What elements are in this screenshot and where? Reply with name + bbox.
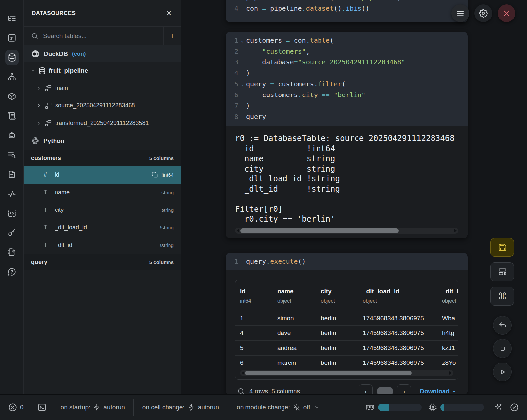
command-palette-button[interactable]: ⌘ [490, 287, 514, 306]
download-link[interactable]: Download [420, 388, 456, 395]
activity-document-button[interactable] [3, 165, 20, 184]
column-row-id[interactable]: #id!int64 [24, 166, 181, 184]
save-button[interactable] [490, 238, 514, 257]
activity-packages-button[interactable] [3, 87, 20, 106]
activity-snippets-button[interactable] [3, 204, 20, 223]
scroll-left-arrow[interactable] [242, 371, 244, 375]
activity-scratchpad-button[interactable] [3, 243, 20, 262]
code-cell-1[interactable]: 3pipeline = dlt.attach("fruit_pipeline")… [226, 0, 468, 22]
scroll-right-arrow[interactable] [454, 229, 457, 232]
terminal-icon [37, 402, 47, 412]
column-dtype: !string [160, 225, 174, 231]
code-line[interactable]: 7) [226, 100, 468, 111]
column-row-_dlt_id[interactable]: T_dlt_id!string [24, 236, 181, 254]
schema-name: transformed_202504291112283581 [55, 120, 149, 127]
table-horizontal-scrollbar[interactable] [240, 370, 453, 376]
activity-function-button[interactable] [3, 28, 20, 48]
table-row[interactable]: 1simonberlin1745968348.3806975Wba [235, 311, 458, 325]
ai-assistant-button[interactable] [494, 403, 503, 412]
table-cell: berlin [321, 359, 363, 366]
on-startup-setting[interactable]: on startup: autorun [61, 404, 125, 411]
engine-row-python[interactable]: Python [24, 132, 181, 150]
column-name: name [55, 189, 70, 196]
table-row[interactable]: 4daveberlin1745968348.3806975h4tg [235, 325, 458, 340]
scroll-right-arrow[interactable] [449, 371, 452, 375]
stop-button[interactable] [493, 339, 512, 358]
divider [133, 399, 134, 416]
database-icon [5, 50, 19, 65]
fold-chevron-icon[interactable]: ⌄ [238, 35, 246, 46]
activity-datasources-button[interactable] [3, 48, 20, 67]
header-cell-city[interactable]: cityobject [321, 288, 363, 304]
undo-button[interactable] [493, 316, 512, 335]
column-row-_dlt_load_id[interactable]: T_dlt_load_id!string [24, 219, 181, 236]
table-row[interactable]: 6marcinberlin1745968348.3806975z8Yo [235, 355, 458, 370]
code-cell-2[interactable]: 1⌄customers = con.table(2 "customers",3 … [226, 32, 468, 238]
on-module-change-setting[interactable]: on module change: off [237, 404, 319, 411]
next-page-button[interactable]: › [397, 384, 411, 395]
prev-page-button[interactable]: ‹ [359, 384, 373, 395]
table-search-icon[interactable] [237, 387, 245, 395]
activity-help-button[interactable] [3, 262, 20, 282]
code-line[interactable]: 8query [226, 111, 468, 122]
code-text: ) [246, 68, 250, 79]
activity-secrets-button[interactable] [3, 223, 20, 243]
code-line[interactable]: 1query.execute() [226, 256, 468, 267]
column-row-name[interactable]: Tnamestring [24, 184, 181, 201]
table-cell: berlin [321, 329, 363, 337]
terminal-button[interactable] [37, 402, 47, 412]
column-row-city[interactable]: Tcitystring [24, 201, 181, 219]
code-line[interactable]: 3pipeline = dlt.attach("fruit_pipeline") [226, 0, 468, 3]
code-line[interactable]: 6 customers.city == "berlin" [226, 90, 468, 100]
shutdown-button[interactable] [498, 4, 515, 22]
search-tables-input[interactable] [42, 32, 163, 40]
activity-chat-button[interactable] [3, 126, 20, 145]
run-button[interactable] [493, 363, 512, 381]
header-cell-_dlt_load_id[interactable]: _dlt_load_idobject [363, 288, 442, 304]
line-number: 3 [226, 0, 238, 3]
code-line[interactable]: 3 database="source_202504291112283468" [226, 57, 468, 68]
header-cell-name[interactable]: nameobject [277, 288, 321, 304]
datasources-panel: DATASOURCES ✕ + DuckDB (con) fruit_pipel… [24, 0, 181, 394]
activity-workflow-button[interactable] [3, 67, 20, 87]
table-row[interactable]: customers5 columns [24, 150, 181, 166]
activity-logs-button[interactable] [3, 106, 20, 126]
copy-icon[interactable] [152, 172, 158, 178]
fold-chevron-icon[interactable]: ⌄ [238, 79, 246, 90]
line-number: 4 [226, 3, 238, 14]
schema-row[interactable]: main [24, 79, 181, 97]
code-line[interactable]: 5⌄query = customers.filter( [226, 79, 468, 90]
column-dtype: !string [160, 242, 174, 248]
settings-button[interactable] [474, 4, 492, 22]
code-line[interactable]: 4) [226, 68, 468, 79]
code-line[interactable]: 1⌄customers = con.table( [226, 35, 468, 46]
number-type-icon: # [44, 172, 55, 178]
errors-indicator[interactable]: 0 [8, 403, 24, 412]
schema-row[interactable]: source_202504291112283468 [24, 97, 181, 114]
schema-row[interactable]: transformed_202504291112283581 [24, 114, 181, 132]
menu-button[interactable] [451, 4, 469, 22]
table-row[interactable]: 5andreaberlin1745968348.3806975kzJ1 [235, 340, 458, 355]
on-cell-change-setting[interactable]: on cell change: autorun [142, 404, 219, 411]
horizontal-scrollbar[interactable] [235, 228, 458, 234]
layout-button[interactable] [490, 262, 514, 281]
activity-list-search-button[interactable] [3, 145, 20, 165]
add-datasource-button[interactable]: + [163, 27, 181, 45]
table-row[interactable]: query5 columns [24, 254, 181, 270]
column-name: id [55, 172, 59, 178]
code-line[interactable]: 2 "customers", [226, 46, 468, 57]
code-line[interactable]: 4con = pipeline.dataset().ibis() [226, 3, 468, 14]
activity-file-tree-button[interactable] [3, 9, 20, 28]
database-row[interactable]: fruit_pipeline [24, 62, 181, 79]
scroll-left-arrow[interactable] [237, 229, 239, 232]
scrollbar-thumb[interactable] [240, 228, 399, 233]
connection-row-duckdb[interactable]: DuckDB (con) [24, 45, 181, 62]
header-cell-id[interactable]: idint64 [240, 288, 277, 304]
close-panel-button[interactable]: ✕ [165, 9, 173, 18]
header-cell-_dlt_id[interactable]: _dlt_idobject [442, 288, 458, 304]
table-column-count: 5 columns [149, 155, 174, 161]
scrollbar-thumb[interactable] [245, 371, 412, 375]
activity-monitor-button[interactable] [3, 184, 20, 204]
connection-status-button[interactable] [510, 403, 519, 412]
code-cell-3[interactable]: 1query.execute() idint64nameobjectcityob… [226, 253, 468, 395]
